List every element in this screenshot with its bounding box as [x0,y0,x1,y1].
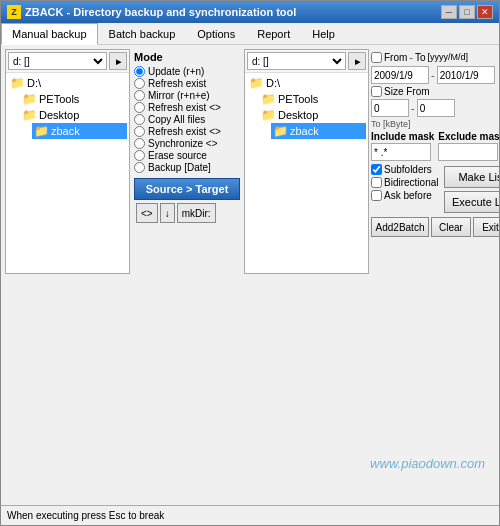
bidirectional-checkbox[interactable] [371,177,382,188]
subfolders-checkbox[interactable] [371,164,382,175]
mode-copy-all[interactable]: Copy All files [134,114,240,125]
source-tree-item-d[interactable]: 📁 D:\ [8,75,127,91]
target-tree: 📁 D:\ 📁 PETools 📁 Desktop 📁 zback [245,73,368,273]
tab-options[interactable]: Options [186,23,246,44]
target-panel: d: [] ▸ 📁 D:\ 📁 PETools 📁 Deskt [244,49,369,274]
mode-label: Mode [134,51,240,63]
right-options-panel: From - To [yyyy/M/d] - Size From [371,49,499,274]
workspace-area: www.piaodown.com [5,276,495,501]
close-button[interactable]: ✕ [477,5,493,19]
mode-synchronize[interactable]: Synchronize <> [134,138,240,149]
title-bar: Z ZBACK - Directory backup and synchroni… [1,1,499,23]
clear-button[interactable]: Clear [431,217,471,237]
status-text: When executing press Esc to break [7,510,164,521]
include-mask-input[interactable] [371,143,431,161]
source-tree-item-zback[interactable]: 📁 zback [32,123,127,139]
source-drive-select[interactable]: d: [] [8,52,107,70]
title-text: ZBACK - Directory backup and synchroniza… [25,6,296,18]
from-date-input[interactable] [371,66,429,84]
subfolders-checkbox-label[interactable]: Subfolders [371,164,438,175]
tab-help[interactable]: Help [301,23,346,44]
mode-refresh-exist-3[interactable]: Refresh exist <> [134,126,240,137]
mode-update[interactable]: Update (r+n) [134,66,240,77]
arrow-left-button[interactable]: <> [136,203,158,223]
ask-before-checkbox[interactable] [371,190,382,201]
tab-manual-backup[interactable]: Manual backup [1,23,98,45]
source-tree-item-petools[interactable]: 📁 PETools [20,91,127,107]
size-from-label: Size From [384,86,430,97]
dash-from-to: - [409,51,413,63]
size-from-input[interactable] [371,99,409,117]
to-label: To [415,52,426,63]
menu-bar: Manual backup Batch backup Options Repor… [1,23,499,45]
make-list-button[interactable]: Make List [444,166,499,188]
execute-list-button[interactable]: Execute List [444,191,499,213]
watermark: www.piaodown.com [370,456,485,471]
add2batch-button[interactable]: Add2Batch [371,217,429,237]
size-to-input[interactable] [417,99,455,117]
source-panel: d: [] ▸ 📁 D:\ 📁 PETools 📁 Deskt [5,49,130,274]
exclude-mask-header: Exclude mask [438,131,499,142]
minimize-button[interactable]: ─ [441,5,457,19]
mode-mirror[interactable]: Mirror (r+n+e) [134,90,240,101]
size-checkbox[interactable] [371,86,382,97]
exit-button[interactable]: Exit [473,217,499,237]
target-tree-item-petools[interactable]: 📁 PETools [259,91,366,107]
target-tree-item-zback[interactable]: 📁 zback [271,123,366,139]
status-bar: When executing press Esc to break [1,505,499,525]
source-tree: 📁 D:\ 📁 PETools 📁 Desktop 📁 zback [6,73,129,273]
ask-before-checkbox-label[interactable]: Ask before [371,190,438,201]
mkdir-button[interactable]: mkDir: [177,203,216,223]
to-date-input[interactable] [437,66,495,84]
tab-batch-backup[interactable]: Batch backup [98,23,187,44]
size-to-label: To [kByte] [371,118,499,130]
target-tree-item-d[interactable]: 📁 D:\ [247,75,366,91]
target-nav-button[interactable]: ▸ [348,52,366,70]
date-format-label: [yyyy/M/d] [428,52,469,62]
include-mask-header: Include mask [371,131,434,142]
source-tree-item-desktop[interactable]: 📁 Desktop [20,107,127,123]
arrow-down-button[interactable]: ↓ [160,203,175,223]
maximize-button[interactable]: □ [459,5,475,19]
target-drive-select[interactable]: d: [] [247,52,346,70]
mode-refresh-exist-2[interactable]: Refresh exist <> [134,102,240,113]
from-label: From [384,52,407,63]
exclude-mask-input[interactable] [438,143,498,161]
mode-backup-date[interactable]: Backup [Date] [134,162,240,173]
mode-refresh-exist[interactable]: Refresh exist [134,78,240,89]
source-target-button[interactable]: Source > Target [134,178,240,200]
mode-erase-source[interactable]: Erase source [134,150,240,161]
tab-report[interactable]: Report [246,23,301,44]
mode-panel: Mode Update (r+n) Refresh exist Mirror (… [132,49,242,274]
app-icon: Z [7,5,21,19]
from-to-checkbox[interactable] [371,52,382,63]
source-nav-button[interactable]: ▸ [109,52,127,70]
target-tree-item-desktop[interactable]: 📁 Desktop [259,107,366,123]
bidirectional-checkbox-label[interactable]: Bidirectional [371,177,438,188]
